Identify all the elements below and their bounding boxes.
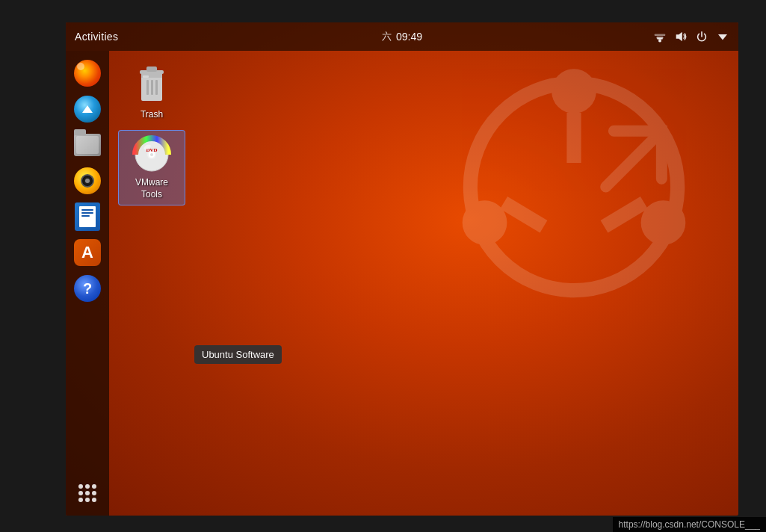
sidebar-item-ubuntu-software[interactable]: A <box>71 236 104 269</box>
svg-rect-9 <box>655 34 665 36</box>
svg-rect-19 <box>151 80 153 95</box>
sidebar-item-firefox[interactable] <box>71 57 104 90</box>
svg-rect-21 <box>143 75 149 78</box>
svg-rect-15 <box>146 66 157 72</box>
clock: 09:49 <box>396 31 422 43</box>
sidebar-item-files[interactable] <box>71 129 104 161</box>
url-bar: https://blog.csdn.net/CONSOLE___ <box>613 517 766 532</box>
svg-point-2 <box>463 200 507 245</box>
svg-rect-20 <box>155 80 158 95</box>
ubuntu-software-tooltip: Ubuntu Software <box>194 345 282 364</box>
sound-icon[interactable] <box>674 30 688 43</box>
system-menu-arrow-icon[interactable] <box>716 30 729 43</box>
svg-point-26 <box>150 153 153 156</box>
sidebar-item-help[interactable]: ? <box>71 272 104 305</box>
vmware-tools-icon-label: VMwareTools <box>135 177 168 200</box>
topbar: Activities 六 09:49 <box>66 22 738 51</box>
sidebar-item-libreoffice[interactable] <box>71 200 104 233</box>
svg-line-5 <box>504 202 543 226</box>
svg-rect-18 <box>146 80 149 95</box>
trash-icon-image <box>134 64 170 106</box>
grid-dots-icon <box>78 484 96 502</box>
activities-button[interactable]: Activities <box>75 31 118 43</box>
network-icon[interactable] <box>653 30 667 43</box>
trash-desktop-icon[interactable]: Trash <box>118 60 185 124</box>
sidebar: A ? <box>66 51 109 516</box>
dvd-icon-image: DVD <box>132 135 171 174</box>
svg-marker-13 <box>718 34 727 40</box>
desktop-icons-area: Trash <box>118 60 185 205</box>
show-apps-button[interactable] <box>71 477 104 510</box>
sidebar-item-thunderbird[interactable] <box>71 93 104 126</box>
trash-icon-label: Trash <box>140 109 163 120</box>
svg-point-1 <box>552 69 596 114</box>
svg-line-6 <box>605 202 644 226</box>
day-label: 六 <box>382 30 392 43</box>
svg-marker-12 <box>676 32 682 42</box>
svg-rect-11 <box>657 38 662 40</box>
svg-rect-10 <box>659 40 661 43</box>
sidebar-item-rhythmbox[interactable] <box>71 164 104 197</box>
vmware-tools-desktop-icon[interactable]: DVD VMwareTools <box>118 130 185 205</box>
svg-point-3 <box>641 200 686 245</box>
power-icon[interactable] <box>695 30 708 43</box>
